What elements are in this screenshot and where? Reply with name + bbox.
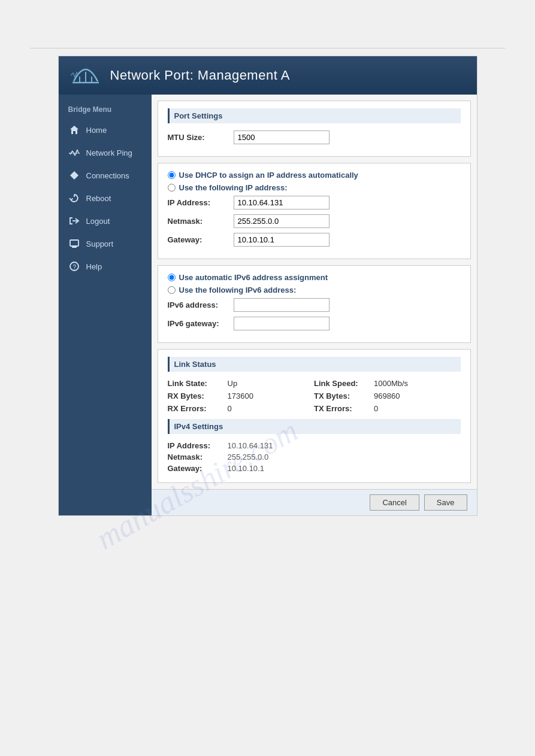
- sidebar-item-network-ping[interactable]: Network Ping: [59, 141, 152, 164]
- rx-errors-row: RX Errors: 0: [168, 404, 315, 413]
- link-status-title: Link Status: [168, 357, 461, 372]
- rx-bytes-value: 173600: [228, 391, 253, 400]
- svg-marker-10: [70, 171, 78, 180]
- ipv4-settings-subtitle: IPv4 Settings: [168, 419, 461, 434]
- sidebar-item-network-ping-label: Network Ping: [86, 148, 132, 157]
- rx-bytes-label: RX Bytes:: [168, 391, 228, 400]
- link-state-row: Link State: Up: [168, 379, 315, 388]
- ipv6-address-label: IPv6 address:: [168, 300, 234, 309]
- reboot-icon: [68, 192, 80, 204]
- ip-address-label: IP Address:: [168, 198, 234, 207]
- sidebar-item-support[interactable]: Support: [59, 232, 152, 255]
- sidebar-item-home-label: Home: [86, 126, 107, 135]
- network-ping-icon: [68, 147, 80, 159]
- footer-bar: Cancel Save: [152, 489, 477, 515]
- ipv6-auto-radio[interactable]: [168, 274, 176, 281]
- sidebar-item-logout-label: Logout: [86, 217, 110, 226]
- ipv6-gateway-row: IPv6 gateway:: [168, 317, 461, 330]
- ipv4-gateway-label: Gateway:: [168, 464, 228, 473]
- ip-address-input[interactable]: [234, 196, 330, 210]
- svg-text:?: ?: [72, 264, 76, 271]
- netmask-input[interactable]: [234, 214, 330, 228]
- dhcp-radio[interactable]: [168, 171, 176, 179]
- tx-errors-label: TX Errors:: [314, 404, 374, 413]
- logout-icon: [68, 215, 80, 227]
- tx-bytes-label: TX Bytes:: [314, 391, 374, 400]
- gateway-label: Gateway:: [168, 235, 234, 244]
- svg-rect-13: [70, 240, 78, 246]
- svg-line-5: [70, 151, 72, 154]
- ipv6-gateway-label: IPv6 gateway:: [168, 319, 234, 328]
- ipv4-netmask-label: Netmask:: [168, 453, 228, 462]
- tx-errors-row: TX Errors: 0: [314, 404, 461, 413]
- ipv4-config-section: Use DHCP to assign an IP address automat…: [158, 163, 471, 259]
- mtu-input[interactable]: [234, 130, 330, 144]
- port-settings-section: Port Settings MTU Size:: [158, 101, 471, 157]
- mtu-label: MTU Size:: [168, 133, 234, 142]
- sidebar: Bridge Menu Home: [59, 95, 152, 515]
- tx-bytes-row: TX Bytes: 969860: [314, 391, 461, 400]
- port-settings-title: Port Settings: [168, 108, 461, 123]
- gateway-input[interactable]: [234, 233, 330, 247]
- link-speed-label: Link Speed:: [314, 379, 374, 388]
- ipv4-gateway-value: 10.10.10.1: [228, 464, 264, 473]
- svg-marker-4: [70, 126, 78, 134]
- netmask-row: Netmask:: [168, 214, 461, 228]
- ipv6-gateway-input[interactable]: [234, 317, 330, 330]
- main-content: Port Settings MTU Size: Use DHCP to assi…: [152, 95, 477, 515]
- tx-bytes-value: 969860: [374, 391, 400, 400]
- ipv6-manual-radio-label: Use the following IPv6 address:: [179, 286, 297, 294]
- sidebar-item-home[interactable]: Home: [59, 119, 152, 141]
- sidebar-item-logout[interactable]: Logout: [59, 210, 152, 232]
- sidebar-item-connections-label: Connections: [86, 171, 129, 180]
- dhcp-radio-label: Use DHCP to assign an IP address automat…: [179, 171, 358, 180]
- ipv6-address-row: IPv6 address:: [168, 298, 461, 312]
- ipv6-address-input[interactable]: [234, 298, 330, 312]
- sidebar-item-connections[interactable]: Connections: [59, 164, 152, 187]
- sidebar-item-reboot[interactable]: Reboot: [59, 187, 152, 210]
- netmask-label: Netmask:: [168, 217, 234, 226]
- sidebar-item-help-label: Help: [86, 262, 102, 271]
- ipv6-auto-radio-label: Use automatic IPv6 address assignment: [179, 273, 328, 282]
- help-icon: ?: [68, 260, 80, 272]
- app-body: Bridge Menu Home: [59, 95, 477, 515]
- ipv4-ip-row: IP Address: 10.10.64.131: [168, 441, 461, 450]
- ip-address-row: IP Address:: [168, 196, 461, 210]
- ipv6-manual-radio[interactable]: [168, 286, 176, 294]
- ipv6-manual-radio-row: Use the following IPv6 address:: [168, 286, 461, 294]
- sidebar-item-help[interactable]: ? Help: [59, 255, 152, 278]
- link-speed-row: Link Speed: 1000Mb/s: [314, 379, 461, 388]
- rx-errors-label: RX Errors:: [168, 404, 228, 413]
- manual-ip-radio-label: Use the following IP address:: [179, 183, 288, 192]
- svg-line-7: [75, 150, 77, 156]
- ipv4-netmask-row: Netmask: 255.255.0.0: [168, 453, 461, 462]
- page-title: Network Port: Management A: [110, 68, 290, 83]
- app-container: Network Port: Management A Bridge Menu H…: [58, 56, 477, 516]
- link-state-label: Link State:: [168, 379, 228, 388]
- ipv6-auto-radio-row: Use automatic IPv6 address assignment: [168, 273, 461, 282]
- svg-line-8: [77, 150, 78, 153]
- home-icon: [68, 124, 80, 136]
- app-header: Network Port: Management A: [59, 56, 477, 95]
- ipv6-config-section: Use automatic IPv6 address assignment Us…: [158, 265, 471, 343]
- ipv4-ip-value: 10.10.64.131: [228, 441, 273, 450]
- rx-errors-value: 0: [228, 404, 232, 413]
- manual-radio-row: Use the following IP address:: [168, 183, 461, 192]
- ipv4-gateway-row: Gateway: 10.10.10.1: [168, 464, 461, 473]
- save-button[interactable]: Save: [424, 494, 467, 511]
- link-status-section: Link Status Link State: Up RX Bytes: 173…: [158, 349, 471, 483]
- sidebar-item-reboot-label: Reboot: [86, 194, 111, 203]
- link-state-value: Up: [228, 379, 238, 388]
- mtu-row: MTU Size:: [168, 130, 461, 144]
- top-divider: [30, 48, 505, 48]
- logo-icon: [71, 63, 101, 87]
- link-speed-value: 1000Mb/s: [374, 379, 408, 388]
- ipv4-ip-label: IP Address:: [168, 441, 228, 450]
- ipv4-netmask-value: 255.255.0.0: [228, 453, 269, 462]
- connections-icon: [68, 169, 80, 181]
- tx-errors-value: 0: [374, 404, 378, 413]
- sidebar-title: Bridge Menu: [59, 99, 152, 119]
- manual-ip-radio[interactable]: [168, 184, 176, 192]
- cancel-button[interactable]: Cancel: [370, 494, 419, 511]
- sidebar-item-support-label: Support: [86, 239, 114, 248]
